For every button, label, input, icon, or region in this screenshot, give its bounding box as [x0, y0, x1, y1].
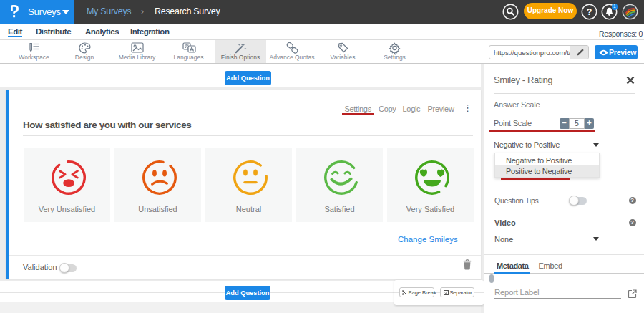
svg-text:?: ?	[587, 7, 592, 17]
